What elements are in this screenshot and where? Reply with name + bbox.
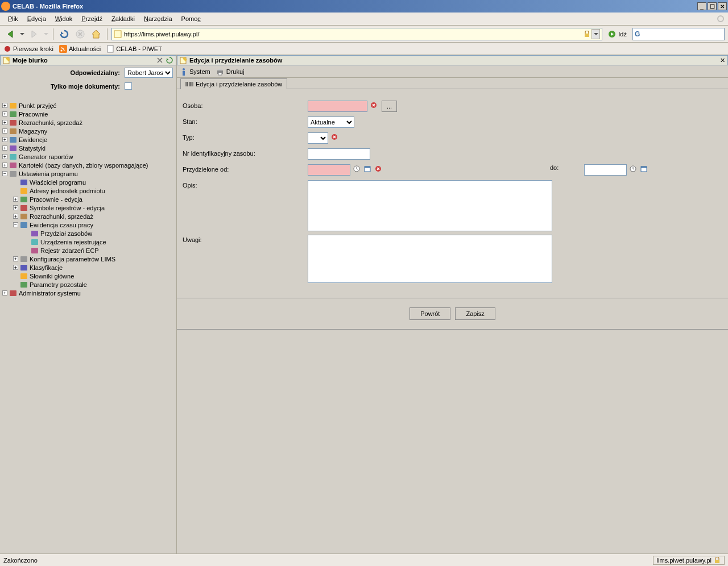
home-button[interactable] (89, 27, 103, 41)
stop-button[interactable] (73, 27, 87, 41)
menu-widok[interactable]: Widok (51, 14, 77, 24)
tree-item[interactable]: +Pracownie (2, 110, 174, 118)
tree-node-icon (9, 289, 17, 297)
filter-docs-checkbox[interactable] (125, 82, 132, 90)
refresh-icon[interactable] (166, 56, 173, 64)
back-button[interactable] (3, 27, 17, 41)
back-button[interactable]: Powrót (410, 307, 450, 320)
do-clock[interactable] (628, 164, 638, 173)
tree-expander[interactable]: + (2, 128, 7, 134)
bookmarks-bar: Pierwsze kroki Aktualności CELAB - PIWET (0, 43, 728, 55)
bookmark-celab[interactable]: CELAB - PIWET (106, 45, 162, 53)
tree-item[interactable]: Parametry pozostałe (2, 280, 174, 289)
do-calendar[interactable] (639, 164, 648, 173)
tree-item[interactable]: Urządzenia rejestrujące (2, 238, 174, 246)
tab-edycja[interactable]: Edycja i przydzielanie zasobów (180, 78, 287, 89)
do-input[interactable] (584, 164, 627, 176)
bookmark-aktualnosci[interactable]: Aktualności (59, 45, 101, 53)
tree-expander[interactable] (24, 239, 29, 244)
tree-expander[interactable] (13, 188, 18, 193)
tree-expander[interactable]: + (2, 111, 7, 116)
content-close[interactable]: ✕ (720, 57, 725, 64)
tree-item[interactable]: +Konfiguracja parametrów LIMS (2, 255, 174, 263)
tree-expander[interactable]: + (13, 256, 18, 261)
forward-dropdown[interactable] (43, 27, 49, 41)
action-drukuj[interactable]: Drukuj (216, 68, 245, 76)
tree-expander[interactable]: + (2, 145, 7, 151)
tree-expander[interactable]: + (2, 154, 7, 159)
opis-input[interactable] (308, 180, 552, 231)
tree-item[interactable]: +Klasyfikacje (2, 263, 174, 272)
tree-expander[interactable] (13, 282, 18, 287)
tree-item[interactable]: −Ewidencja czasu pracy (2, 220, 174, 229)
osoba-clear[interactable] (369, 101, 378, 110)
go-button[interactable]: Idź (605, 28, 630, 40)
tree-item[interactable]: Właściciel programu (2, 178, 174, 186)
typ-clear[interactable] (330, 132, 339, 142)
tree-expander[interactable]: + (13, 214, 18, 219)
tree-item[interactable]: Słowniki główne (2, 272, 174, 280)
tree-item[interactable]: Rejestr zdarzeń ECP (2, 246, 174, 255)
menu-narzedzia[interactable]: Narzędzia (139, 14, 177, 24)
maximize-button[interactable]: ☐ (708, 2, 717, 10)
tree-expander[interactable]: + (13, 205, 18, 210)
menu-pomoc[interactable]: Pomoc (177, 14, 205, 24)
svg-rect-23 (20, 205, 27, 211)
tree-expander[interactable] (13, 180, 18, 185)
tree-item[interactable]: +Kartoteki (bazy danych, zbiory wspomaga… (2, 161, 174, 169)
forward-button[interactable] (27, 27, 41, 41)
tree-expander[interactable] (24, 248, 29, 253)
tree-item[interactable]: +Symbole rejestrów - edycja (2, 203, 174, 212)
save-button[interactable]: Zapisz (455, 307, 495, 320)
tree-item[interactable]: +Administrator systemu (2, 289, 174, 297)
osoba-input[interactable] (308, 101, 367, 112)
tree-item[interactable]: +Magazyny (2, 127, 174, 135)
od-clock[interactable] (352, 164, 361, 173)
menu-zakladki[interactable]: Zakładki (107, 14, 139, 24)
menu-edycja[interactable]: Edycja (23, 14, 51, 24)
menu-przejdz[interactable]: Przejdź (77, 14, 107, 24)
tree-expander[interactable]: + (13, 265, 18, 270)
tree-item[interactable]: +Ewidencje (2, 135, 174, 144)
tree-expander[interactable]: + (2, 120, 7, 125)
od-calendar[interactable] (363, 164, 372, 173)
tree-expander[interactable]: + (13, 197, 18, 202)
tree-item[interactable]: +Rozrachunki, sprzedaż (2, 212, 174, 220)
reload-button[interactable] (57, 27, 71, 41)
filter-odp-select[interactable]: Robert Jaros (125, 68, 173, 78)
uwagi-input[interactable] (308, 235, 552, 283)
od-clear[interactable] (374, 164, 383, 173)
tree-item[interactable]: +Rozrachunki, sprzedaż (2, 118, 174, 127)
tree-expander[interactable]: + (2, 103, 7, 108)
tree-item[interactable]: +Generator raportów (2, 152, 174, 161)
tree-expander[interactable]: − (13, 222, 18, 227)
action-system[interactable]: System (180, 68, 210, 76)
tree-expander[interactable]: + (2, 290, 7, 296)
tree-item[interactable]: +Statystyki (2, 144, 174, 152)
bookmark-pierwsze[interactable]: Pierwsze kroki (3, 45, 53, 53)
tree-expander[interactable] (24, 231, 29, 236)
tree-item[interactable]: Przydział zasobów (2, 229, 174, 238)
osoba-browse[interactable]: ... (382, 101, 397, 112)
menu-plik[interactable]: Plik (3, 14, 23, 24)
od-input[interactable] (308, 164, 350, 176)
tree-item[interactable]: −Ustawienia programu (2, 169, 174, 178)
tree-expander[interactable]: − (2, 171, 7, 176)
stan-select[interactable]: Aktualne (308, 116, 354, 128)
tree-item[interactable]: +Punkt przyjęć (2, 101, 174, 110)
tree-item[interactable]: Adresy jednostek podmiotu (2, 186, 174, 195)
tree-expander[interactable] (13, 273, 18, 278)
typ-select[interactable] (308, 132, 328, 144)
search-box[interactable]: G (632, 28, 725, 40)
collapse-icon[interactable] (156, 56, 164, 64)
url-dropdown[interactable] (592, 29, 600, 39)
close-button[interactable]: ✕ (718, 2, 727, 10)
tree-expander[interactable]: + (2, 137, 7, 142)
back-dropdown[interactable] (19, 27, 25, 41)
nr-input[interactable] (308, 148, 370, 160)
tree-expander[interactable]: + (2, 163, 7, 168)
minimize-button[interactable]: _ (697, 2, 706, 10)
tree-item[interactable]: +Pracownie - edycja (2, 195, 174, 203)
url-bar[interactable]: https://lims.piwet.pulawy.pl/ (111, 28, 602, 40)
filter-odp-label: Odpowiedzialny: (3, 69, 125, 76)
